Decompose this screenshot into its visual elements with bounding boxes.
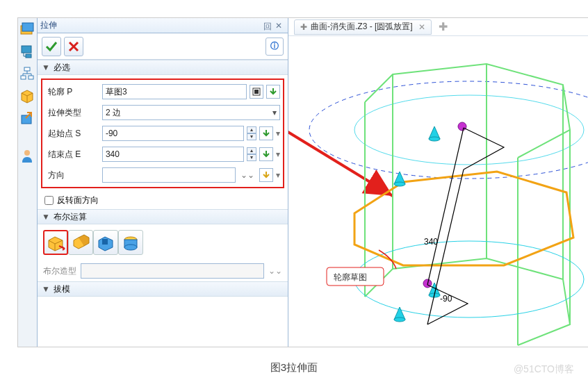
shape-field (81, 263, 264, 279)
bool-intersect-button[interactable] (118, 230, 143, 255)
section-draft[interactable]: ▼拔模 (38, 281, 288, 297)
close-panel-icon[interactable]: ✕ (275, 21, 285, 31)
panel-toolbar: ⓘ (38, 33, 288, 60)
dir-icon[interactable] (259, 168, 273, 182)
tree-icon[interactable] (19, 43, 35, 60)
svg-rect-6 (24, 67, 30, 71)
svg-rect-7 (21, 76, 26, 79)
dock-icon[interactable]: 回 (263, 21, 273, 31)
shape-label: 布尔造型 (43, 265, 76, 277)
box-icon[interactable] (19, 88, 35, 104)
svg-rect-8 (28, 76, 33, 79)
feature-icon[interactable] (19, 21, 35, 38)
bool-base-button[interactable] (43, 230, 68, 255)
confirm-button[interactable] (42, 37, 61, 56)
svg-rect-2 (22, 46, 31, 53)
panel-title-text: 拉伸 (40, 19, 261, 31)
svg-point-14 (24, 150, 30, 156)
reverse-checkbox-row: 反转面方向 (38, 192, 288, 209)
export-icon[interactable] (19, 110, 35, 126)
pick-icon[interactable] (250, 85, 263, 99)
spinner-start[interactable]: ▴▾ (247, 126, 256, 140)
row-profile: 轮廓 P 草图3 (44, 81, 281, 102)
dim-depth: -90 (440, 294, 452, 304)
field-direction[interactable] (102, 167, 236, 183)
figure-caption: 图3拉伸面 (0, 361, 588, 374)
bool-remove-button[interactable] (93, 230, 118, 255)
svg-line-20 (288, 119, 393, 196)
row-type: 拉伸类型 2 边 (44, 102, 281, 123)
svg-point-22 (354, 95, 584, 165)
user-icon[interactable] (19, 147, 35, 164)
apply-icon[interactable] (266, 85, 280, 99)
field-profile[interactable]: 草图3 (102, 84, 247, 99)
svg-point-30 (429, 137, 440, 141)
apply-start-icon[interactable] (259, 126, 273, 140)
svg-point-34 (458, 122, 466, 131)
tab-label: 曲面-消失面.Z3 - [圆弧放置] (311, 21, 413, 33)
svg-point-19 (124, 245, 137, 250)
row-start: 起始点 S -90 ▴▾ ▾ (44, 123, 281, 144)
apply-end-icon[interactable] (259, 147, 273, 161)
new-tab-icon[interactable]: ✚ (439, 20, 448, 33)
label-profile: 轮廓 P (45, 86, 99, 98)
label-type: 拉伸类型 (45, 107, 99, 119)
label-direction: 方向 (45, 170, 99, 181)
svg-rect-1 (22, 23, 33, 31)
bool-add-button[interactable] (68, 230, 93, 255)
model-view: 340 -90 轮廓草图 (288, 36, 588, 345)
flow-icon[interactable] (19, 65, 35, 82)
section-boolean[interactable]: ▼布尔运算 (38, 209, 288, 224)
view-area: ✚ 曲面-消失面.Z3 - [圆弧放置] ✕ ✚ ▾ (288, 18, 588, 347)
tab-close-icon[interactable]: ✕ (418, 22, 425, 32)
svg-rect-3 (26, 54, 31, 58)
field-end[interactable]: 340 (102, 147, 244, 162)
reverse-checkbox[interactable] (44, 196, 54, 205)
callout-sketch: 轮廓草图 (334, 272, 367, 282)
document-tab[interactable]: ✚ 曲面-消失面.Z3 - [圆弧放置] ✕ (294, 19, 432, 35)
panel-titlebar: 拉伸 回 ✕ (38, 18, 288, 33)
app-window: 拉伸 回 ✕ ⓘ ▼必选 轮廓 P 草图3 拉伸类型 2 边 起始点 S (17, 17, 588, 347)
required-group: 轮廓 P 草图3 拉伸类型 2 边 起始点 S -90 ▴▾ ▾ 结束点 E 3… (41, 79, 284, 188)
minus3-icon[interactable]: ▾ (276, 170, 280, 180)
row-end: 结束点 E 340 ▴▾ ▾ (44, 144, 281, 165)
reverse-label: 反转面方向 (57, 195, 99, 206)
minus-icon[interactable]: ▾ (276, 129, 280, 138)
viewport[interactable]: 340 -90 轮廓草图 (288, 36, 588, 347)
boolean-buttons (38, 224, 288, 261)
svg-point-33 (394, 317, 405, 322)
watermark: @51CTO博客 (514, 363, 574, 374)
view-tabs: ✚ 曲面-消失面.Z3 - [圆弧放置] ✕ ✚ ▾ (288, 18, 588, 36)
minus2-icon[interactable]: ▾ (276, 149, 280, 159)
left-toolbar (18, 18, 38, 347)
cancel-button[interactable] (64, 37, 83, 56)
field-start[interactable]: -90 (102, 126, 244, 141)
bool-shape-row: 布尔造型 ⌄⌄ (38, 261, 288, 281)
dim-length: 340 (424, 237, 438, 247)
property-panel: 拉伸 回 ✕ ⓘ ▼必选 轮廓 P 草图3 拉伸类型 2 边 起始点 S (38, 18, 288, 347)
svg-rect-16 (254, 90, 259, 94)
info-button[interactable]: ⓘ (266, 38, 284, 56)
section-required[interactable]: ▼必选 (38, 60, 288, 75)
label-end: 结束点 E (45, 149, 99, 160)
label-start: 起始点 S (45, 128, 99, 140)
spinner-end[interactable]: ▴▾ (247, 147, 256, 161)
chevrons-icon[interactable]: ⌄⌄ (240, 170, 254, 180)
row-direction: 方向 ⌄⌄ ▾ (44, 165, 281, 185)
svg-point-31 (394, 182, 405, 186)
svg-point-29 (354, 241, 584, 317)
field-type[interactable]: 2 边 (102, 105, 280, 120)
